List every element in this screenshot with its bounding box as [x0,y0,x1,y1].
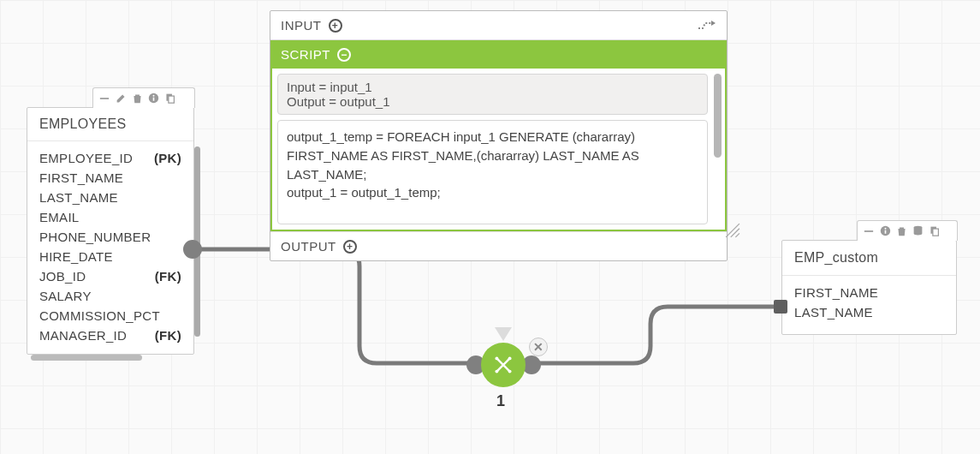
header-curve-icon[interactable] [698,19,716,33]
transform-node-icon [492,354,514,376]
employees-toolbar [92,87,195,108]
node-close-button[interactable]: ✕ [529,338,548,356]
copy-icon[interactable] [928,225,940,237]
input-section-label: INPUT [281,18,322,33]
info-icon[interactable] [879,225,891,237]
script-io-block: Input = input_1 Output = output_1 [277,74,708,115]
resize-handle-icon[interactable] [725,223,740,238]
employees-columns: EMPLOYEE_ID(PK) FIRST_NAME LAST_NAME EMA… [27,141,193,354]
minimize-icon[interactable] [98,93,110,105]
output-section-header[interactable]: OUTPUT + [270,231,727,260]
scrollbar-horizontal[interactable] [31,355,142,361]
svg-point-14 [508,356,512,360]
svg-point-15 [495,370,498,373]
svg-point-9 [884,228,886,230]
emp-custom-entity[interactable]: EMP_custom FIRST_NAME LAST_NAME [781,240,957,335]
script-section-header[interactable]: SCRIPT − [270,40,727,69]
employees-title: EMPLOYEES [27,108,193,141]
column-row: HIRE_DATE [39,247,181,266]
add-output-icon[interactable]: + [343,240,357,254]
svg-rect-8 [884,230,886,234]
trash-icon[interactable] [895,225,907,237]
add-input-icon[interactable]: + [329,19,342,33]
script-code-block[interactable]: output_1_temp = FOREACH input_1 GENERATE… [277,120,708,224]
svg-rect-12 [932,229,938,236]
column-row: MANAGER_ID(FK) [39,326,181,345]
collapse-script-icon[interactable]: − [337,48,351,62]
column-row: LAST_NAME [39,188,181,207]
svg-point-3 [152,95,154,97]
database-icon[interactable] [912,225,924,237]
trash-icon[interactable] [131,93,143,105]
column-row: JOB_ID(FK) [39,266,181,286]
svg-rect-6 [864,230,873,232]
emp-custom-toolbar [857,220,958,241]
transform-panel[interactable]: INPUT + SCRIPT − Input = input_1 Output … [270,10,728,261]
copy-icon[interactable] [163,93,175,105]
column-row: EMPLOYEE_ID(PK) [39,148,181,168]
minimize-icon[interactable] [863,225,875,237]
emp-custom-columns: FIRST_NAME LAST_NAME [782,276,956,334]
emp-custom-input-port[interactable] [774,300,787,314]
script-section-label: SCRIPT [281,47,330,62]
column-row: PHONE_NUMBER [39,227,181,247]
transform-node[interactable] [481,343,526,387]
column-row: FIRST_NAME [39,168,181,188]
column-row: EMAIL [39,207,181,227]
column-row: SALARY [39,286,181,306]
column-row: FIRST_NAME [794,283,944,302]
employees-entity[interactable]: EMPLOYEES EMPLOYEE_ID(PK) FIRST_NAME LAS… [27,107,194,355]
info-icon[interactable] [147,93,159,105]
input-section-header[interactable]: INPUT + [270,11,727,40]
node-label: 1 [496,392,505,410]
column-row: LAST_NAME [794,302,944,322]
output-section-label: OUTPUT [281,239,336,254]
script-scrollbar[interactable] [714,74,722,158]
svg-rect-2 [152,98,154,101]
edit-icon[interactable] [115,93,127,105]
column-row: COMMISSION_PCT [39,306,181,326]
svg-point-13 [495,356,498,360]
svg-point-16 [508,370,512,373]
svg-rect-0 [100,98,109,99]
employees-output-port[interactable] [183,240,202,259]
script-body: Input = input_1 Output = output_1 output… [270,69,727,231]
svg-rect-5 [168,96,174,103]
emp-custom-title: EMP_custom [782,241,956,276]
